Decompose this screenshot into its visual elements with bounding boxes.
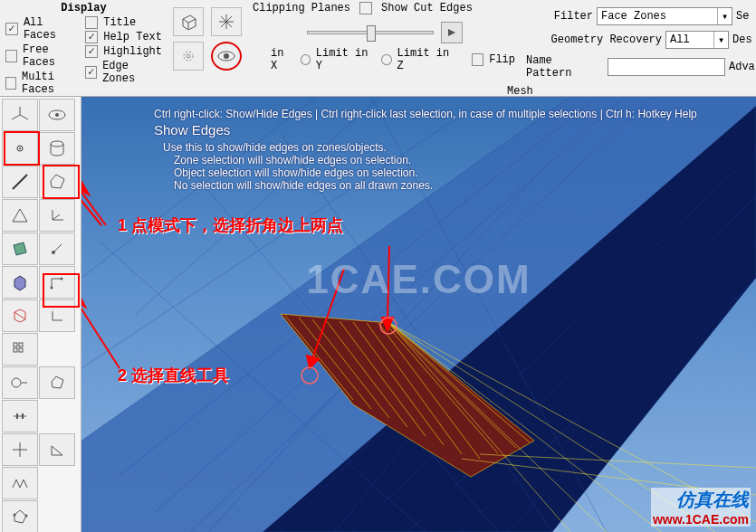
- annotation-1: 1 点模式下，选择折角边上两点: [118, 214, 343, 236]
- svg-point-8: [184, 52, 193, 61]
- top-panel: Display All Faces Free Faces Multi Faces…: [0, 0, 756, 97]
- tool-axes-icon[interactable]: [2, 99, 38, 131]
- svg-point-18: [17, 146, 23, 151]
- svg-line-31: [53, 244, 62, 252]
- chk-title[interactable]: [85, 16, 98, 29]
- display-section: Display All Faces Free Faces Multi Faces…: [0, 0, 167, 96]
- tool-triangle-icon[interactable]: [2, 199, 38, 232]
- svg-marker-51: [14, 510, 26, 523]
- svg-rect-39: [14, 343, 17, 347]
- viewport[interactable]: Ctrl right-click: Show/Hide Edges | Ctrl…: [81, 97, 756, 532]
- play-button[interactable]: [441, 22, 463, 43]
- svg-point-17: [55, 113, 59, 117]
- tool-zigzag-icon[interactable]: [2, 467, 38, 499]
- svg-point-33: [51, 287, 53, 290]
- clip-slider[interactable]: [307, 31, 434, 34]
- svg-point-43: [12, 378, 21, 387]
- display-title: Display: [5, 2, 162, 14]
- chevron-down-icon: ▾: [717, 8, 732, 24]
- chk-show-cut[interactable]: [359, 2, 372, 14]
- svg-line-2: [188, 19, 196, 23]
- svg-line-14: [20, 115, 28, 119]
- svg-point-19: [19, 147, 21, 149]
- svg-line-1: [183, 19, 188, 23]
- svg-marker-12: [448, 29, 455, 36]
- logo-overlay: 仿真在线 www.1CAE.com: [651, 488, 751, 527]
- svg-point-34: [61, 278, 63, 280]
- tool-cylinder-icon[interactable]: [39, 132, 75, 165]
- tool-plane-icon[interactable]: [2, 233, 38, 265]
- name-pattern-input[interactable]: [608, 58, 725, 76]
- mesh-section-label: Mesh: [507, 84, 756, 97]
- chk-free-faces[interactable]: [5, 50, 17, 62]
- filter-section: Filter Face Zones▾ Se Geometry Recovery …: [521, 0, 756, 96]
- tool-snap-icon[interactable]: [39, 233, 75, 265]
- tool-box-icon[interactable]: [2, 266, 38, 299]
- svg-point-52: [14, 514, 16, 517]
- svg-rect-42: [19, 348, 23, 352]
- radio-limit-y[interactable]: [381, 54, 391, 65]
- geom-combo[interactable]: All▾: [665, 31, 729, 49]
- svg-marker-24: [51, 175, 64, 188]
- chk-help-text[interactable]: [85, 31, 98, 43]
- svg-point-11: [224, 53, 229, 59]
- cube-icon[interactable]: [173, 7, 204, 36]
- svg-marker-45: [52, 376, 63, 388]
- filter-combo[interactable]: Face Zones▾: [597, 7, 732, 25]
- svg-marker-29: [14, 242, 26, 255]
- watermark: 1CAE.COM: [306, 257, 531, 302]
- svg-rect-48: [22, 413, 24, 419]
- tool-divide-icon[interactable]: [2, 400, 38, 432]
- clipping-section: Clipping Planes Show Cut Edges in X Limi…: [247, 0, 521, 96]
- chevron-down-icon: ▾: [713, 32, 728, 48]
- workspace: Ctrl right-click: Show/Hide Edges | Ctrl…: [0, 97, 756, 532]
- tool-grid-icon[interactable]: [2, 333, 38, 366]
- tool-angle-icon[interactable]: [39, 433, 75, 466]
- chk-multi-faces[interactable]: [5, 77, 16, 90]
- svg-line-28: [53, 214, 60, 220]
- gear-icon[interactable]: [173, 42, 204, 71]
- annotation-2: 2 选择直线工具: [118, 365, 229, 386]
- deselect-button[interactable]: Des: [732, 33, 752, 46]
- svg-point-9: [187, 54, 190, 58]
- tool-poly2-icon[interactable]: [39, 366, 75, 399]
- tool-motion-icon[interactable]: [2, 366, 38, 399]
- svg-marker-25: [13, 209, 27, 222]
- svg-line-15: [12, 115, 20, 119]
- burst-icon[interactable]: [211, 7, 242, 36]
- icon-cluster: [167, 0, 247, 96]
- tool-axis2-icon[interactable]: [39, 299, 75, 332]
- tool-lasso-poly-icon[interactable]: [2, 500, 38, 532]
- svg-point-53: [25, 515, 28, 518]
- svg-point-20: [51, 141, 63, 147]
- left-toolbar: [0, 97, 81, 532]
- svg-marker-35: [14, 309, 25, 322]
- chk-all-faces[interactable]: [5, 23, 18, 35]
- svg-line-36: [14, 312, 25, 319]
- tool-move-icon[interactable]: [2, 433, 38, 466]
- radio-limit-x[interactable]: [301, 54, 311, 65]
- chk-edge-zones[interactable]: [85, 66, 97, 79]
- tool-mesh-icon[interactable]: [2, 299, 38, 332]
- eye-icon[interactable]: [211, 42, 242, 71]
- tool-axis-small-icon[interactable]: [39, 199, 75, 232]
- svg-line-23: [13, 175, 27, 189]
- tool-eye-icon[interactable]: [39, 99, 75, 131]
- svg-rect-41: [14, 348, 17, 352]
- svg-rect-40: [19, 343, 23, 347]
- select-button[interactable]: Se: [736, 10, 752, 23]
- chk-flip[interactable]: [472, 53, 483, 66]
- svg-marker-32: [14, 276, 25, 290]
- chk-highlight[interactable]: [85, 45, 98, 58]
- hint-overlay: Ctrl right-click: Show/Hide Edges | Ctrl…: [154, 108, 697, 192]
- svg-rect-47: [16, 413, 18, 419]
- advanced-button[interactable]: Adva: [729, 61, 752, 73]
- tool-point-mode[interactable]: [2, 132, 38, 165]
- tool-polygon-select-icon[interactable]: [39, 166, 75, 198]
- svg-point-16: [49, 110, 65, 119]
- tool-line-icon[interactable]: [2, 166, 38, 198]
- clipping-title: Clipping Planes: [253, 2, 350, 14]
- tool-corner-icon[interactable]: [39, 266, 75, 299]
- svg-point-30: [52, 251, 55, 254]
